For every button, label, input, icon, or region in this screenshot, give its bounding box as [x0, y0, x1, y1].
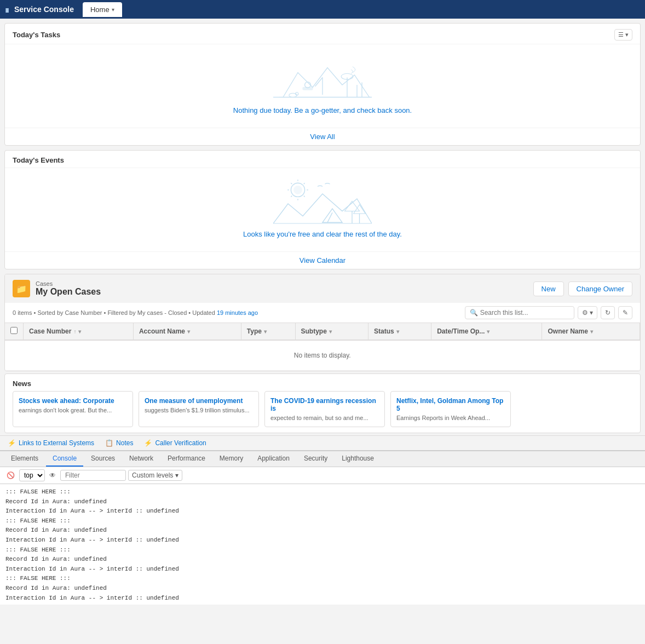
view-calendar-link[interactable]: View Calendar [5, 251, 640, 269]
top-navigation: ∎ Service Console Home ▾ [0, 0, 645, 19]
console-line: ::: FALSE HERE ::: [5, 574, 640, 584]
devtools-levels-btn[interactable]: Custom levels ▾ [128, 470, 182, 481]
news-item-snippet-1: earnings don't look great. But the... [19, 407, 127, 413]
cases-icon: 📁 [13, 280, 30, 297]
app-title: Service Console [14, 5, 74, 14]
news-item-title-3: The COVID-19 earnings recession is [270, 397, 379, 412]
checkbox-col-header [5, 323, 24, 340]
devtools-tab-network[interactable]: Network [123, 451, 160, 467]
console-line: Interaction Id in Aura -- > interId :: u… [5, 565, 640, 574]
edit-columns-btn[interactable]: ✎ [618, 306, 632, 319]
devtools-tab-lighthouse[interactable]: Lighthouse [335, 451, 381, 467]
cases-table: Case Number ↑ ▾ Account Name ▾ Typ [5, 323, 640, 371]
devtools-tab-memory[interactable]: Memory [213, 451, 250, 467]
events-card: Today's Events [4, 150, 641, 269]
refresh-btn[interactable]: ↻ [601, 306, 615, 319]
console-line: Interaction Id in Aura -- > interId :: u… [5, 507, 640, 516]
select-all-checkbox[interactable] [10, 327, 18, 334]
devtools-eye-btn[interactable]: 👁 [47, 470, 58, 480]
lightning-icon-1: ⚡ [8, 439, 16, 447]
col-dropdown-icon4[interactable]: ▾ [329, 329, 332, 335]
news-section: News Stocks week ahead: Corporate earnin… [4, 373, 641, 433]
home-tab[interactable]: Home ▾ [83, 2, 122, 17]
col-dropdown-icon7[interactable]: ▾ [590, 329, 593, 335]
cases-breadcrumb: Cases [36, 280, 101, 287]
tasks-empty-state: Nothing due today. Be a go-getter, and c… [5, 44, 640, 128]
devtools-console-output: ::: FALSE HERE :::Record Id in Aura: und… [0, 484, 645, 605]
search-input[interactable] [480, 309, 569, 317]
account-name-col-header[interactable]: Account Name ▾ [133, 323, 241, 340]
grid-icon[interactable]: ∎ [4, 4, 10, 15]
briefcase-icon: 📁 [16, 284, 27, 294]
status-col-header[interactable]: Status ▾ [368, 323, 431, 340]
owner-col-header[interactable]: Owner Name ▾ [542, 323, 640, 340]
console-line: ::: FALSE HERE ::: [5, 516, 640, 526]
type-label: Type [247, 327, 262, 335]
console-line: Record Id in Aura: undefined [5, 555, 640, 565]
datetime-label: Date/Time Op... [437, 327, 485, 335]
events-card-header: Today's Events [5, 151, 640, 168]
svg-line-16 [291, 183, 292, 184]
col-dropdown-icon2[interactable]: ▾ [187, 329, 190, 335]
console-line: ::: FALSE HERE ::: [5, 487, 640, 497]
search-box[interactable]: 🔍 [465, 306, 574, 319]
devtools-toolbar: 🚫 top 👁 Custom levels ▾ [0, 467, 645, 484]
view-all-link[interactable]: View All [5, 128, 640, 145]
caller-verification-label: Caller Verification [155, 439, 206, 447]
events-empty-text: Looks like you're free and clear the res… [243, 230, 402, 238]
subtype-label: Subtype [301, 327, 327, 335]
no-items-row: No items to display. [5, 340, 640, 371]
gear-settings-btn[interactable]: ⚙ ▾ [578, 306, 597, 319]
new-button[interactable]: New [533, 281, 564, 296]
devtools-context-select[interactable]: top [19, 469, 45, 481]
links-external-label: Links to External Systems [19, 439, 94, 447]
main-content: Today's Tasks ☰ ▾ [0, 19, 645, 450]
col-dropdown-icon[interactable]: ▾ [78, 329, 81, 335]
devtools-tab-sources[interactable]: Sources [84, 451, 122, 467]
account-name-label: Account Name [139, 327, 185, 335]
col-dropdown-icon3[interactable]: ▾ [264, 329, 267, 335]
devtools-tab-security[interactable]: Security [297, 451, 334, 467]
chevron-down-icon: ▾ [112, 7, 114, 13]
tab-label: Home [90, 5, 110, 14]
change-owner-button[interactable]: Change Owner [568, 281, 632, 296]
cases-subheader: 0 items • Sorted by Case Number • Filter… [5, 303, 640, 323]
tasks-filter-btn[interactable]: ☰ ▾ [614, 29, 632, 41]
news-item-snippet-4: Earnings Reports in Week Ahead... [396, 415, 505, 421]
type-col-header[interactable]: Type ▾ [241, 323, 295, 340]
cases-header: 📁 Cases My Open Cases New Change Owner [5, 274, 640, 303]
console-line: Record Id in Aura: undefined [5, 526, 640, 536]
devtools-tab-console[interactable]: Console [46, 451, 83, 467]
links-external-tab[interactable]: ⚡ Links to External Systems [8, 439, 94, 447]
news-title: News [13, 380, 31, 388]
devtools-panel: Elements Console Sources Network Perform… [0, 450, 645, 605]
status-label: Status [374, 327, 394, 335]
console-line: Record Id in Aura: undefined [5, 497, 640, 507]
news-item-title-4: Netflix, Intel, Goldman Among Top 5 [396, 397, 505, 412]
devtools-tab-elements[interactable]: Elements [4, 451, 45, 467]
tasks-illustration [273, 55, 372, 106]
col-dropdown-icon5[interactable]: ▾ [396, 329, 399, 335]
news-item[interactable]: Netflix, Intel, Goldman Among Top 5 Earn… [390, 391, 511, 427]
devtools-clear-btn[interactable]: 🚫 [4, 470, 17, 480]
console-line: Interaction Id in Aura -- > interId :: u… [5, 594, 640, 603]
search-icon: 🔍 [470, 309, 478, 317]
news-item-snippet-3: expected to remain, but so and me... [270, 415, 379, 421]
news-item[interactable]: The COVID-19 earnings recession is expec… [264, 391, 385, 427]
tasks-header-actions: ☰ ▾ [614, 29, 632, 41]
notes-tab[interactable]: 📋 Notes [105, 439, 133, 447]
caller-verification-tab[interactable]: ⚡ Caller Verification [144, 439, 206, 447]
subtype-col-header[interactable]: Subtype ▾ [295, 323, 368, 340]
devtools-tab-application[interactable]: Application [251, 451, 296, 467]
devtools-tab-performance[interactable]: Performance [161, 451, 212, 467]
devtools-filter-input[interactable] [60, 470, 126, 481]
datetime-col-header[interactable]: Date/Time Op... ▾ [431, 323, 542, 340]
svg-line-18 [304, 183, 305, 184]
news-item[interactable]: Stocks week ahead: Corporate earnings do… [13, 391, 133, 427]
case-number-col-header[interactable]: Case Number ↑ ▾ [24, 323, 134, 340]
news-header: News [5, 374, 640, 391]
news-item[interactable]: One measure of unemployment suggests Bid… [139, 391, 259, 427]
col-dropdown-icon6[interactable]: ▾ [487, 329, 489, 335]
bottom-tabs-bar: ⚡ Links to External Systems 📋 Notes ⚡ Ca… [0, 435, 645, 450]
svg-line-17 [304, 196, 305, 197]
